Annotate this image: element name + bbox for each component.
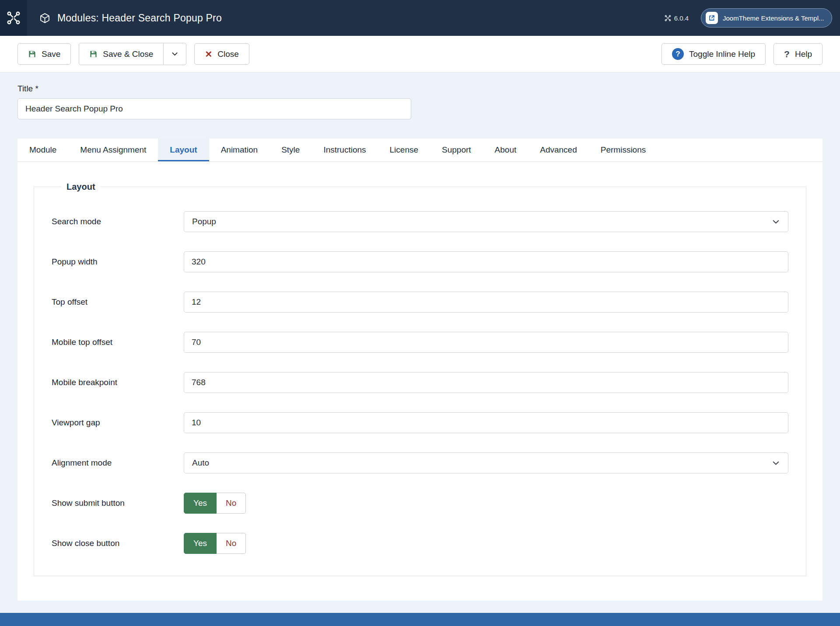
title-input[interactable] bbox=[18, 98, 411, 119]
joomla-logo[interactable] bbox=[0, 0, 27, 36]
form-row-alignment-mode: Alignment mode Auto bbox=[52, 452, 788, 473]
joomla-version: 6.0.4 bbox=[665, 14, 689, 22]
chevron-down-icon bbox=[772, 218, 780, 226]
title-field-label: Title * bbox=[18, 84, 822, 94]
mobile-breakpoint-input[interactable] bbox=[184, 372, 788, 393]
save-close-button-label: Save & Close bbox=[103, 49, 153, 59]
save-options-dropdown-button[interactable] bbox=[163, 43, 186, 65]
admin-header: Modules: Header Search Popup Pro 6.0.4 bbox=[0, 0, 840, 36]
tab-animation[interactable]: Animation bbox=[209, 139, 270, 161]
tab-support[interactable]: Support bbox=[430, 139, 483, 161]
chevron-down-icon bbox=[171, 50, 178, 58]
help-button[interactable]: ? Help bbox=[774, 43, 822, 65]
chevron-down-icon bbox=[772, 459, 780, 467]
top-offset-input[interactable] bbox=[184, 292, 788, 313]
form-row-viewport-gap: Viewport gap bbox=[52, 412, 788, 433]
save-icon bbox=[28, 50, 36, 58]
save-close-split-button: Save & Close bbox=[79, 43, 186, 65]
show-close-label: Show close button bbox=[52, 539, 184, 548]
save-icon bbox=[89, 50, 98, 58]
tab-advanced[interactable]: Advanced bbox=[528, 139, 589, 161]
search-mode-value: Popup bbox=[192, 217, 216, 226]
mobile-breakpoint-label: Mobile breakpoint bbox=[52, 378, 184, 387]
layout-fieldset: Layout Search mode Popup bbox=[34, 182, 806, 576]
help-button-label: Help bbox=[795, 49, 812, 59]
alignment-mode-select[interactable]: Auto bbox=[184, 452, 788, 473]
close-x-icon: ✕ bbox=[205, 50, 212, 59]
page-title: Modules: Header Search Popup Pro bbox=[57, 12, 222, 24]
viewport-gap-label: Viewport gap bbox=[52, 418, 184, 428]
joomla-logo-icon bbox=[7, 11, 21, 25]
form-row-search-mode: Search mode Popup bbox=[52, 211, 788, 232]
main-content: Title * Module Menu Assignment Layout An… bbox=[0, 73, 840, 613]
form-row-popup-width: Popup width bbox=[52, 251, 788, 272]
toolbar: Save Save & Close ✕ bbox=[0, 36, 840, 73]
save-close-button[interactable]: Save & Close bbox=[79, 43, 163, 65]
top-offset-label: Top offset bbox=[52, 297, 184, 307]
page: Modules: Header Search Popup Pro 6.0.4 bbox=[0, 0, 840, 626]
layout-legend: Layout bbox=[61, 182, 101, 192]
toggle-inline-help-label: Toggle Inline Help bbox=[689, 49, 755, 59]
tab-menu-assignment[interactable]: Menu Assignment bbox=[68, 139, 158, 161]
show-close-toggle: Yes No bbox=[184, 533, 246, 554]
module-edit-card: Module Menu Assignment Layout Animation … bbox=[18, 139, 822, 601]
save-button-label: Save bbox=[42, 49, 60, 59]
layout-tab-content: Layout Search mode Popup bbox=[18, 162, 822, 601]
topbar-right: 6.0.4 JoomTheme Extensions & Templ... bbox=[665, 8, 840, 28]
module-cube-icon bbox=[39, 13, 50, 24]
show-close-yes-button[interactable]: Yes bbox=[184, 533, 217, 554]
version-text: 6.0.4 bbox=[674, 14, 689, 22]
tab-about[interactable]: About bbox=[483, 139, 528, 161]
save-button[interactable]: Save bbox=[18, 43, 71, 65]
extensions-button-label: JoomTheme Extensions & Templ... bbox=[723, 14, 824, 22]
show-submit-toggle: Yes No bbox=[184, 493, 246, 514]
tab-bar: Module Menu Assignment Layout Animation … bbox=[18, 139, 822, 162]
question-mark-icon: ? bbox=[784, 49, 790, 59]
form-row-show-close: Show close button Yes No bbox=[52, 533, 788, 554]
show-submit-label: Show submit button bbox=[52, 498, 184, 508]
popup-width-label: Popup width bbox=[52, 257, 184, 267]
joomla-version-icon bbox=[665, 15, 671, 21]
form-row-mobile-breakpoint: Mobile breakpoint bbox=[52, 372, 788, 393]
tab-style[interactable]: Style bbox=[270, 139, 312, 161]
popup-width-input[interactable] bbox=[184, 251, 788, 272]
viewport-gap-input[interactable] bbox=[184, 412, 788, 433]
form-row-top-offset: Top offset bbox=[52, 292, 788, 313]
toggle-inline-help-button[interactable]: ? Toggle Inline Help bbox=[662, 43, 766, 65]
tab-instructions[interactable]: Instructions bbox=[312, 139, 378, 161]
external-link-icon bbox=[706, 12, 718, 24]
tab-permissions[interactable]: Permissions bbox=[589, 139, 658, 161]
mobile-top-offset-input[interactable] bbox=[184, 332, 788, 353]
close-button[interactable]: ✕ Close bbox=[194, 43, 249, 65]
form-row-show-submit: Show submit button Yes No bbox=[52, 493, 788, 514]
close-button-label: Close bbox=[217, 49, 239, 59]
form-row-mobile-top-offset: Mobile top offset bbox=[52, 332, 788, 353]
tab-module[interactable]: Module bbox=[18, 139, 68, 161]
search-mode-select[interactable]: Popup bbox=[184, 211, 788, 232]
search-mode-label: Search mode bbox=[52, 217, 184, 226]
alignment-mode-label: Alignment mode bbox=[52, 458, 184, 468]
show-submit-yes-button[interactable]: Yes bbox=[184, 493, 217, 514]
toolbar-right: ? Toggle Inline Help ? Help bbox=[662, 43, 822, 65]
help-circle-icon: ? bbox=[672, 48, 684, 60]
mobile-top-offset-label: Mobile top offset bbox=[52, 337, 184, 347]
tab-layout[interactable]: Layout bbox=[158, 139, 209, 161]
show-close-no-button[interactable]: No bbox=[217, 533, 246, 554]
tab-license[interactable]: License bbox=[378, 139, 430, 161]
show-submit-no-button[interactable]: No bbox=[217, 493, 246, 514]
alignment-mode-value: Auto bbox=[192, 458, 209, 468]
status-bar bbox=[0, 613, 840, 626]
joomtheme-extensions-button[interactable]: JoomTheme Extensions & Templ... bbox=[701, 8, 832, 28]
